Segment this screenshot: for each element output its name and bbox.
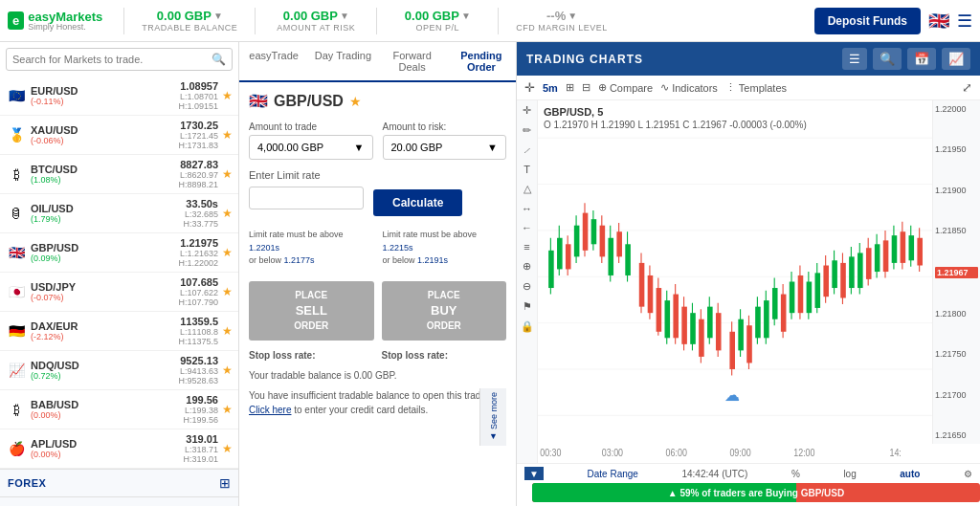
search-input[interactable] [12,54,212,65]
asset-info: GBP/USD (0.09%) [31,242,178,263]
click-here-link[interactable]: Click here [249,405,291,415]
limit-buy-text: Limit rate must be above 1.2215sor below… [383,230,478,265]
tab-day-trading[interactable]: Day Trading [308,42,377,82]
crosshair-tool[interactable]: ✛ [523,104,531,117]
timeframe-button[interactable]: 5m [543,82,558,94]
chart-log[interactable]: log [843,469,856,479]
limit-rate-input[interactable] [249,187,364,209]
asset-price-low: L:32.685 [185,209,218,219]
chart-icon-calendar[interactable]: 📅 [907,48,936,70]
chart-collapse-button[interactable]: ▼ [524,467,544,480]
pencil-tool[interactable]: ✏ [523,124,531,137]
chart-icon-table[interactable]: ☰ [842,48,867,70]
chart-icon-search[interactable]: 🔍 [873,48,902,70]
asset-price-main: 1.21975 [180,237,218,249]
amount-select[interactable]: 4,000.00 GBP ▼ [249,135,373,160]
deposit-button[interactable]: Deposit Funds [814,8,921,34]
asset-star[interactable]: ★ [222,363,233,377]
templates-button[interactable]: ⋮ Templates [725,81,787,94]
see-more-button[interactable]: See more ▼ [479,388,506,446]
asset-price-main: 1730.25 [180,120,218,131]
asset-item-gbp-usd[interactable]: 🇬🇧 GBP/USD (0.09%) 1.21975 L:1.21632 H:1… [0,233,238,273]
language-flag[interactable]: 🇬🇧 [928,11,949,32]
lines-tool[interactable]: ≡ [523,241,529,253]
date-range-label[interactable]: Date Range [588,469,638,479]
asset-item-oil-usd[interactable]: 🛢 OIL/USD (1.79%) 33.50s L:32.685 H:33.7… [0,194,238,233]
asset-star[interactable]: ★ [222,89,233,102]
zoom-in-tool[interactable]: ⊕ [523,260,531,273]
asset-star[interactable]: ★ [222,403,233,416]
tab-pending-order[interactable]: Pending Order [447,42,516,82]
asset-price-high: H:9528.63 [178,376,218,385]
chart-footer: ▼ Date Range 14:42:44 (UTC) % log auto ⚙ [517,463,980,483]
search-box[interactable]: 🔍 [6,48,233,71]
chart-canvas: ✛ ✏ ⟋ T △ ↔ ← ≡ ⊕ ⊖ ⚑ 🔒 GBP/USD, 5 O 1.2… [517,100,980,463]
sidebar: 🔍 🇪🇺 EUR/USD (-0.11%) 1.08957 L:1.08701 … [0,42,239,506]
place-sell-order-button[interactable]: PLACE SELL ORDER [249,281,374,341]
lock-tool[interactable]: 🔒 [521,320,534,333]
expand-icon[interactable]: ⤢ [962,80,972,95]
chart-header: TRADING CHARTS ☰ 🔍 📅 📈 [517,42,980,76]
asset-star[interactable]: ★ [222,442,233,455]
chart-pct[interactable]: % [791,469,800,479]
price-3: 1.21900 [935,186,978,195]
price-7: 1.21700 [935,390,978,400]
sidebar-section-shares[interactable]: SHARES ⊞ [0,496,238,506]
zoom-out-tool[interactable]: ⊖ [523,280,531,293]
chart-auto[interactable]: auto [900,469,920,479]
asset-info: XAU/USD (-0.06%) [31,124,178,145]
sidebar-section-forex[interactable]: FOREX ⊞ [0,469,238,496]
asset-name: EUR/USD [31,85,178,97]
asset-star[interactable]: ★ [222,207,233,220]
asset-price-low: L:199.38 [185,406,218,415]
asset-star[interactable]: ★ [222,246,233,259]
place-buy-order-button[interactable]: PLACE BUY ORDER [382,281,507,341]
crosshair-icon[interactable]: ✛ [524,80,535,95]
risk-arrow[interactable]: ▼ [340,11,349,21]
asset-item-eur-usd[interactable]: 🇪🇺 EUR/USD (-0.11%) 1.08957 L:1.08701 H:… [0,77,238,116]
asset-price-high: H:11375.5 [178,337,218,346]
chart-settings-icon[interactable]: ⚙ [964,469,972,479]
amount-value: 4,000.00 GBP [257,142,323,153]
asset-item-xau-usd[interactable]: 🥇 XAU/USD (-0.06%) 1730.25 L:1721.45 H:1… [0,116,238,155]
asset-name: BTC/USD [31,164,178,175]
calculate-button[interactable]: Calculate [373,189,462,216]
candle-icon[interactable]: ⊞ [566,81,574,94]
chart-icon-line[interactable]: 📈 [942,48,970,70]
risk-select[interactable]: 20.00 GBP ▼ [383,135,507,160]
text-tool[interactable]: T [523,164,530,175]
tab-forward-deals[interactable]: Forward Deals [378,42,447,82]
shapes-tool[interactable]: △ [523,183,531,195]
margin-arrow[interactable]: ▼ [568,11,577,21]
pair-star[interactable]: ★ [349,94,362,109]
asset-prices: 8827.83 L:8620.97 H:8898.21 [178,159,218,189]
asset-price-high: H:33.775 [183,219,218,229]
asset-item-btc-usd[interactable]: ₿ BTC/USD (1.08%) 8827.83 L:8620.97 H:88… [0,155,238,194]
asset-star[interactable]: ★ [222,285,233,298]
candle-icon2[interactable]: ⊟ [582,81,590,94]
indicators-button[interactable]: ∿ Indicators [660,81,718,94]
back-tool[interactable]: ← [522,222,532,233]
tradable-arrow[interactable]: ▼ [213,11,223,21]
asset-star[interactable]: ★ [222,324,233,338]
tab-easytrade[interactable]: easyTrade [239,42,308,82]
asset-star[interactable]: ★ [222,128,233,142]
compare-button[interactable]: ⊕ Compare [598,81,653,94]
pnl-arrow[interactable]: ▼ [461,11,471,21]
menu-icon[interactable]: ☰ [957,11,972,32]
limit-info-sell: Limit rate must be above 1.2201sor below… [249,229,373,268]
asset-change: (0.00%) [31,450,183,459]
asset-item-usd-jpy[interactable]: 🇯🇵 USD/JPY (-0.07%) 107.685 L:107.622 H:… [0,273,238,312]
asset-item-bab-usd[interactable]: ₿ BAB/USD (0.00%) 199.56 L:199.38 H:199.… [0,390,238,429]
svg-rect-31 [657,288,662,332]
asset-star[interactable]: ★ [222,167,233,181]
measure-tool[interactable]: ↔ [522,203,532,214]
asset-name: USD/JPY [31,281,178,293]
trend-tool[interactable]: ⟋ [522,144,532,156]
asset-item-apl-usd[interactable]: 🍎 APL/USD (0.00%) 319.01 L:318.71 H:319.… [0,429,238,469]
chart-toolbar: ✛ 5m ⊞ ⊟ ⊕ Compare ∿ Indicators ⋮ Templa… [517,76,980,100]
asset-item-ndq-usd[interactable]: 📈 NDQ/USD (0.72%) 9525.13 L:9413.63 H:95… [0,351,238,390]
flag-tool[interactable]: ⚑ [523,300,532,313]
asset-flag: 🇯🇵 [6,285,27,298]
asset-item-dax-eur[interactable]: 🇩🇪 DAX/EUR (-2.12%) 11359.5 L:11108.8 H:… [0,312,238,351]
